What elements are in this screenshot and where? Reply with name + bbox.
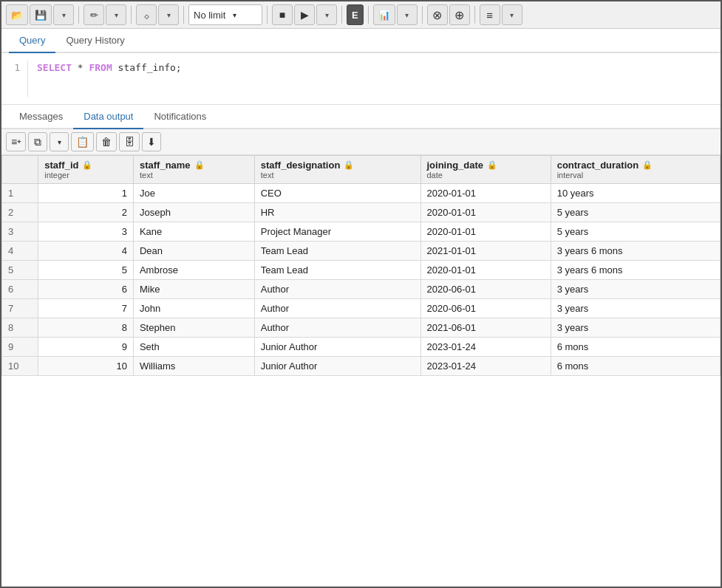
table-row[interactable]: 44DeanTeam Lead2021-01-013 years 6 mons bbox=[2, 242, 721, 261]
table-row[interactable]: 11JoeCEO2020-01-0110 years bbox=[2, 184, 721, 203]
main-toolbar: 📂 💾 ▾ ✏ ▾ ⬦ ▾ No limit ▾ ■ ▶ ▾ E bbox=[1, 1, 721, 29]
run-button[interactable]: ▶ bbox=[294, 4, 315, 25]
open-file-button[interactable]: 📂 bbox=[6, 4, 28, 25]
download-button[interactable]: ⬇ bbox=[142, 132, 161, 151]
explain-button[interactable]: E bbox=[347, 4, 364, 25]
cell-staff-designation: Junior Author bbox=[254, 338, 420, 357]
lock-icon-staff-id: 🔒 bbox=[82, 160, 92, 170]
list-icon: ≡ bbox=[486, 9, 493, 21]
separator-1 bbox=[78, 6, 79, 24]
cell-staff-designation: Team Lead bbox=[254, 261, 420, 280]
tab-query-history[interactable]: Query History bbox=[55, 29, 134, 53]
keyword-from: FROM bbox=[89, 62, 112, 73]
cell-rownum: 10 bbox=[2, 357, 38, 376]
filter-dropdown-button[interactable]: ▾ bbox=[158, 4, 179, 25]
cell-contract-duration: 10 years bbox=[551, 184, 720, 203]
pencil-icon: ✏ bbox=[90, 10, 98, 21]
cell-rownum: 2 bbox=[2, 203, 38, 222]
connection2-icon: ⊕ bbox=[454, 8, 464, 22]
table-header-row: staff_id 🔒 integer staff_name 🔒 bbox=[2, 156, 721, 184]
col-type-joining-date: date bbox=[427, 171, 545, 180]
data-table: staff_id 🔒 integer staff_name 🔒 bbox=[1, 155, 721, 376]
add-row-button[interactable]: ≡+ bbox=[6, 132, 26, 151]
cell-rownum: 8 bbox=[2, 318, 38, 338]
sql-editor: 1 SELECT * FROM staff_info; bbox=[1, 53, 721, 105]
cell-contract-duration: 3 years 6 mons bbox=[551, 261, 720, 280]
table-row[interactable]: 33KaneProject Manager2020-01-015 years bbox=[2, 222, 721, 242]
cell-staff-id: 5 bbox=[38, 261, 134, 280]
col-header-staff-id: staff_id 🔒 integer bbox=[38, 156, 134, 184]
table-row[interactable]: 88StephenAuthor2021-06-013 years bbox=[2, 318, 721, 338]
connection1-button[interactable]: ⊗ bbox=[427, 4, 448, 25]
copy-dropdown-button[interactable]: ▾ bbox=[50, 132, 69, 151]
query-tabs-bar: Query Query History bbox=[1, 29, 721, 53]
save-dropdown-button[interactable]: ▾ bbox=[53, 4, 74, 25]
table-row[interactable]: 77JohnAuthor2020-06-013 years bbox=[2, 299, 721, 318]
col-name-contract-duration: contract_duration bbox=[557, 160, 639, 171]
paste-button[interactable]: 📋 bbox=[71, 132, 94, 151]
col-name-staff-name: staff_name bbox=[140, 160, 191, 171]
connection2-button[interactable]: ⊕ bbox=[449, 4, 470, 25]
cell-joining-date: 2021-06-01 bbox=[420, 318, 551, 338]
cell-staff-id: 7 bbox=[38, 299, 134, 318]
table-row[interactable]: 66MikeAuthor2020-06-013 years bbox=[2, 280, 721, 299]
tab-query[interactable]: Query bbox=[9, 29, 55, 53]
app-container: 📂 💾 ▾ ✏ ▾ ⬦ ▾ No limit ▾ ■ ▶ ▾ E bbox=[0, 0, 722, 588]
cell-staff-name: Joseph bbox=[133, 203, 254, 222]
table-row[interactable]: 22JosephHR2020-01-015 years bbox=[2, 203, 721, 222]
cell-joining-date: 2020-01-01 bbox=[420, 203, 551, 222]
separator-8 bbox=[474, 6, 475, 24]
cell-staff-designation: Project Manager bbox=[254, 222, 420, 242]
cell-staff-name: Stephen bbox=[133, 318, 254, 338]
delete-row-button[interactable]: 🗑 bbox=[96, 132, 117, 151]
cell-staff-name: Kane bbox=[133, 222, 254, 242]
tab-notifications[interactable]: Notifications bbox=[143, 105, 217, 129]
edit-dropdown-button[interactable]: ▾ bbox=[106, 4, 126, 25]
col-type-staff-name: text bbox=[140, 171, 248, 180]
limit-dropdown[interactable]: No limit ▾ bbox=[188, 4, 262, 25]
separator-5 bbox=[341, 6, 342, 24]
tab-data-output[interactable]: Data output bbox=[73, 105, 143, 129]
chart-button[interactable]: 📊 bbox=[373, 4, 395, 25]
chart-dropdown-button[interactable]: ▾ bbox=[397, 4, 418, 25]
cell-staff-name: Mike bbox=[133, 280, 254, 299]
col-type-staff-designation: text bbox=[261, 171, 415, 180]
cell-rownum: 5 bbox=[2, 261, 38, 280]
cell-joining-date: 2021-01-01 bbox=[420, 242, 551, 261]
save-button[interactable]: 💾 bbox=[30, 4, 52, 25]
edit-button[interactable]: ✏ bbox=[84, 4, 104, 25]
lock-icon-contract-duration: 🔒 bbox=[642, 160, 653, 170]
stop-icon: ■ bbox=[279, 9, 285, 21]
table-row[interactable]: 99SethJunior Author2023-01-246 mons bbox=[2, 338, 721, 357]
cell-contract-duration: 3 years bbox=[551, 318, 720, 338]
cell-contract-duration: 3 years bbox=[551, 299, 720, 318]
filter-icon: ⬦ bbox=[143, 9, 150, 21]
list-dropdown-button[interactable]: ▾ bbox=[502, 4, 522, 25]
col-name-staff-id: staff_id bbox=[44, 160, 78, 171]
save-data-button[interactable]: 🗄 bbox=[119, 132, 140, 151]
sql-code-area[interactable]: SELECT * FROM staff_info; bbox=[28, 61, 191, 97]
cell-rownum: 1 bbox=[2, 184, 38, 203]
copy-button[interactable]: ⧉ bbox=[28, 132, 47, 151]
result-toolbar: ≡+ ⧉ ▾ 📋 🗑 🗄 ⬇ bbox=[1, 129, 721, 155]
cell-rownum: 7 bbox=[2, 299, 38, 318]
cell-joining-date: 2020-06-01 bbox=[420, 299, 551, 318]
stop-button[interactable]: ■ bbox=[272, 4, 293, 25]
cell-staff-name: Williams bbox=[133, 357, 254, 376]
filter-button[interactable]: ⬦ bbox=[136, 4, 157, 25]
col-header-joining-date: joining_date 🔒 date bbox=[420, 156, 551, 184]
separator-6 bbox=[368, 6, 369, 24]
table-row[interactable]: 1010WilliamsJunior Author2023-01-246 mon… bbox=[2, 357, 721, 376]
line-number-1: 1 bbox=[9, 62, 20, 73]
cell-staff-designation: HR bbox=[254, 203, 420, 222]
cell-contract-duration: 3 years 6 mons bbox=[551, 242, 720, 261]
separator-7 bbox=[422, 6, 423, 24]
run-dropdown-button[interactable]: ▾ bbox=[316, 4, 337, 25]
list-button[interactable]: ≡ bbox=[480, 4, 500, 25]
tab-messages[interactable]: Messages bbox=[9, 105, 73, 129]
cell-staff-id: 8 bbox=[38, 318, 134, 338]
col-header-rownum bbox=[2, 156, 38, 184]
cell-staff-id: 9 bbox=[38, 338, 134, 357]
separator-2 bbox=[131, 6, 132, 24]
table-row[interactable]: 55AmbroseTeam Lead2020-01-013 years 6 mo… bbox=[2, 261, 721, 280]
